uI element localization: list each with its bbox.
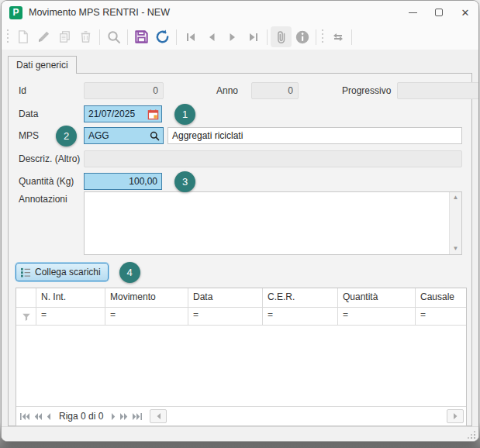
annotazioni-textarea[interactable] bbox=[85, 192, 448, 254]
tab-strip: Dati generici bbox=[8, 55, 472, 73]
anno-field bbox=[251, 82, 299, 99]
filter-operator-causale[interactable]: = bbox=[416, 308, 466, 325]
mps-label: MPS bbox=[19, 130, 56, 141]
step-badge-3: 3 bbox=[174, 171, 195, 192]
status-bar bbox=[2, 426, 478, 441]
toolbar-separator bbox=[267, 29, 268, 45]
grid-header-causale[interactable]: Causale bbox=[416, 288, 466, 307]
lookup-search-icon bbox=[150, 131, 160, 141]
search-icon bbox=[106, 29, 122, 45]
info-button[interactable] bbox=[292, 26, 313, 47]
app-window: P Movimento MPS RENTRI - NEW ✕ bbox=[1, 0, 479, 442]
grid-filter-row: = = = = = = bbox=[16, 308, 466, 326]
link-arrows-icon bbox=[330, 29, 346, 45]
client-area: Dati generici Id Anno Progressivo Data bbox=[2, 50, 478, 426]
annotazioni-scrollbar[interactable]: ▲ ▼ bbox=[449, 192, 461, 254]
row-data: Data 1 bbox=[9, 105, 471, 122]
link-forward-button[interactable] bbox=[327, 26, 348, 47]
nav-next-button[interactable] bbox=[222, 26, 243, 47]
close-button[interactable]: ✕ bbox=[452, 2, 478, 22]
hscroll-left-button[interactable] bbox=[150, 409, 167, 423]
collega-scarichi-button[interactable]: Collega scarichi bbox=[16, 263, 109, 281]
main-toolbar bbox=[2, 24, 478, 50]
save-floppy-icon bbox=[133, 29, 150, 45]
collega-scarichi-row: Collega scarichi 4 bbox=[16, 263, 471, 281]
data-field-box bbox=[84, 105, 162, 122]
pager-next-button[interactable] bbox=[111, 413, 116, 420]
new-record-button[interactable] bbox=[12, 26, 33, 47]
pager-prev-page-button[interactable] bbox=[34, 413, 43, 420]
quantita-input[interactable] bbox=[85, 176, 161, 187]
filter-operator-quantita[interactable]: = bbox=[338, 308, 416, 325]
grid-header-data[interactable]: Data bbox=[188, 288, 263, 307]
scroll-up-icon[interactable]: ▲ bbox=[453, 195, 459, 201]
pager-first-button[interactable] bbox=[20, 413, 30, 420]
nav-previous-icon bbox=[205, 31, 218, 43]
nav-previous-button[interactable] bbox=[201, 26, 222, 47]
delete-button[interactable] bbox=[75, 26, 96, 47]
toolbar-separator bbox=[316, 29, 316, 45]
mps-description-field: Aggregati riciclati bbox=[167, 127, 462, 144]
scarichi-grid: N. Int. Movimento Data C.E.R. Quantità C… bbox=[16, 288, 467, 426]
grid-header-movimento[interactable]: Movimento bbox=[105, 288, 188, 307]
pager-label: Riga 0 di 0 bbox=[59, 411, 103, 422]
info-icon bbox=[295, 29, 310, 45]
refresh-icon bbox=[154, 29, 171, 45]
maximize-button[interactable] bbox=[426, 2, 452, 22]
row-quantita: Quantità (Kg) 3 bbox=[9, 173, 471, 190]
step-badge-4: 4 bbox=[119, 262, 140, 283]
grid-header-n-int[interactable]: N. Int. bbox=[36, 288, 105, 307]
attachments-button[interactable] bbox=[271, 26, 292, 47]
step-badge-1: 1 bbox=[174, 104, 195, 125]
nav-last-button[interactable] bbox=[243, 26, 264, 47]
window-title: Movimento MPS RENTRI - NEW bbox=[29, 7, 399, 18]
funnel-icon bbox=[22, 312, 31, 322]
toolbar-separator bbox=[351, 29, 352, 45]
mps-field-box bbox=[84, 127, 164, 144]
mps-lookup-button[interactable] bbox=[150, 131, 163, 141]
title-bar: P Movimento MPS RENTRI - NEW ✕ bbox=[2, 1, 478, 24]
refresh-button[interactable] bbox=[152, 26, 173, 47]
tab-dati-generici[interactable]: Dati generici bbox=[8, 56, 77, 74]
nav-first-button[interactable] bbox=[180, 26, 201, 47]
search-button[interactable] bbox=[103, 26, 124, 47]
collega-scarichi-label: Collega scarichi bbox=[35, 267, 101, 277]
resize-grip-icon[interactable] bbox=[468, 431, 475, 439]
copy-button[interactable] bbox=[54, 26, 75, 47]
nav-next-icon bbox=[226, 31, 239, 43]
scroll-down-icon[interactable]: ▼ bbox=[453, 246, 459, 252]
progressivo-label: Progressivo bbox=[342, 85, 397, 96]
new-document-icon bbox=[16, 29, 30, 44]
filter-operator-n-int[interactable]: = bbox=[36, 308, 105, 325]
save-button[interactable] bbox=[131, 26, 152, 47]
minimize-button[interactable] bbox=[399, 2, 426, 22]
paperclip-icon bbox=[274, 29, 289, 45]
mps-input[interactable] bbox=[85, 130, 150, 141]
calendar-picker-button[interactable] bbox=[147, 109, 161, 120]
id-label: Id bbox=[19, 85, 84, 96]
toolbar-separator bbox=[99, 29, 100, 45]
grid-header-quantita[interactable]: Quantità bbox=[338, 288, 416, 307]
toolbar-grip[interactable] bbox=[6, 29, 9, 45]
filter-operator-cer[interactable]: = bbox=[263, 308, 338, 325]
pager-prev-button[interactable] bbox=[47, 413, 51, 420]
tab-page-dati-generici: Id Anno Progressivo Data 1 bbox=[8, 73, 472, 426]
quantita-label: Quantità (Kg) bbox=[19, 176, 84, 187]
copy-icon bbox=[57, 29, 72, 44]
grid-header-cer[interactable]: C.E.R. bbox=[263, 288, 338, 307]
hscroll-right-button[interactable] bbox=[447, 409, 464, 423]
filter-operator-data[interactable]: = bbox=[188, 308, 263, 325]
pager-next-page-button[interactable] bbox=[119, 413, 128, 420]
edit-button[interactable] bbox=[33, 26, 54, 47]
filter-operator-movimento[interactable]: = bbox=[105, 308, 188, 325]
filter-row-button[interactable] bbox=[16, 308, 36, 325]
app-logo-icon: P bbox=[9, 6, 22, 19]
data-input[interactable] bbox=[85, 109, 147, 119]
minimize-icon bbox=[409, 12, 417, 13]
toolbar-grip[interactable] bbox=[321, 29, 323, 45]
grid-body-empty[interactable] bbox=[16, 326, 466, 406]
row-descrizione-altro: Descriz. (Altro) bbox=[9, 150, 471, 167]
pager-last-button[interactable] bbox=[132, 413, 142, 420]
trash-icon bbox=[78, 29, 93, 44]
nav-last-icon bbox=[247, 31, 260, 43]
